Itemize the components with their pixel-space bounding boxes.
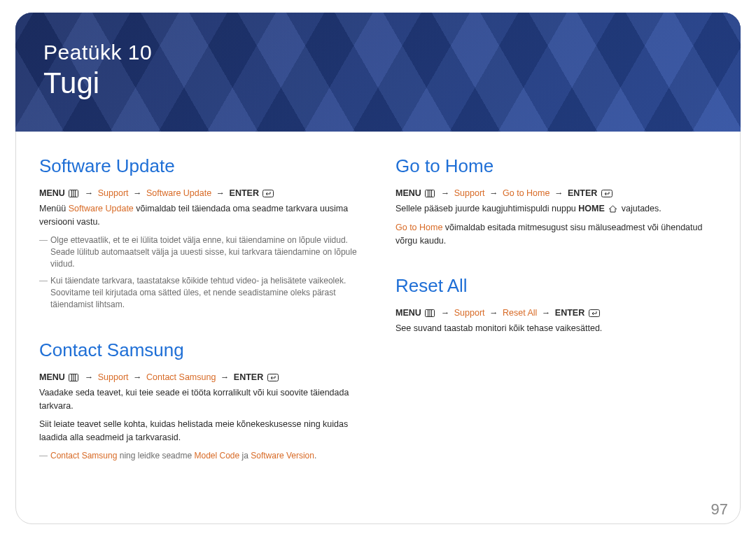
arrow-icon: →: [441, 308, 450, 318]
menu-label: MENU: [39, 188, 65, 198]
menu-path-reset-all: MENU → Support → Reset All → ENTER: [396, 308, 717, 318]
chapter-label: Peatükk 10: [43, 41, 741, 65]
home-icon: [608, 205, 617, 213]
enter-icon: [262, 190, 274, 197]
path-item: Contact Samsung: [146, 372, 216, 382]
path-support: Support: [454, 188, 485, 198]
arrow-icon: →: [489, 188, 498, 198]
contact-p1: Vaadake seda teavet, kui teie seade ei t…: [39, 386, 360, 413]
enter-label: ENTER: [568, 188, 597, 198]
menu-path-software-update: MENU → Support → Software Update → ENTER: [39, 188, 360, 198]
menu-label: MENU: [39, 372, 65, 382]
menu-path-go-to-home: MENU → Support → Go to Home → ENTER: [396, 188, 717, 198]
section-go-to-home: Go to Home MENU → Support → Go to Home →…: [396, 155, 717, 247]
menu-label: MENU: [396, 188, 421, 198]
path-item: Software Update: [146, 188, 211, 198]
section-contact-samsung: Contact Samsung MENU → Support → Contact…: [39, 339, 360, 462]
column-left: Software Update MENU → Support → Softwar…: [39, 155, 360, 490]
page: Peatükk 10 Tugi Software Update MENU → S…: [0, 0, 756, 534]
arrow-icon: →: [133, 188, 142, 198]
chapter-name: Tugi: [43, 66, 741, 100]
list-item: Olge ettevaatlik, et te ei lülita toidet…: [39, 234, 360, 271]
section-reset-all: Reset All MENU → Support → Reset All → E…: [396, 275, 717, 335]
reset-all-p1: See suvand taastab monitori kõik tehase …: [396, 322, 717, 335]
enter-label: ENTER: [230, 188, 259, 198]
chapter-title: Peatükk 10 Tugi: [15, 13, 741, 100]
column-right: Go to Home MENU → Support → Go to Home →…: [396, 155, 717, 490]
menu-icon: [425, 309, 435, 317]
menu-icon: [69, 374, 78, 381]
path-item: Reset All: [503, 308, 537, 318]
menu-path-contact-samsung: MENU → Support → Contact Samsung → ENTER: [39, 372, 360, 382]
arrow-icon: →: [220, 372, 230, 382]
software-update-intro: Menüü Software Update võimaldab teil täi…: [39, 202, 360, 229]
page-number: 97: [711, 500, 728, 519]
menu-icon: [425, 190, 435, 197]
path-support: Support: [454, 308, 485, 318]
list-item: Kui täiendate tarkvara, taastatakse kõik…: [39, 275, 360, 311]
path-support: Support: [98, 372, 129, 382]
section-software-update: Software Update MENU → Support → Softwar…: [39, 155, 360, 311]
enter-icon: [589, 309, 600, 317]
go-home-p1: Sellele pääseb juurde kaugjuhtimispuldi …: [396, 202, 717, 216]
enter-label: ENTER: [555, 308, 584, 318]
contact-note: Contact Samsung ning leidke seadme Model…: [39, 450, 360, 462]
arrow-icon: →: [133, 372, 142, 382]
arrow-icon: →: [554, 188, 564, 198]
enter-icon: [267, 374, 279, 381]
go-home-p2: Go to Home võimaldab esitada mitmesugust…: [396, 221, 717, 248]
arrow-icon: →: [85, 372, 94, 382]
list-item: Contact Samsung ning leidke seadme Model…: [39, 450, 360, 462]
menu-icon: [69, 190, 78, 197]
heading-software-update: Software Update: [39, 155, 360, 177]
heading-go-to-home: Go to Home: [396, 155, 717, 177]
path-support: Support: [98, 188, 129, 198]
heading-contact-samsung: Contact Samsung: [39, 339, 360, 361]
arrow-icon: →: [216, 188, 225, 198]
menu-label: MENU: [396, 308, 421, 318]
heading-reset-all: Reset All: [396, 275, 717, 297]
chapter-hero: Peatükk 10 Tugi: [15, 13, 741, 132]
contact-p2: Siit leiate teavet selle kohta, kuidas h…: [39, 418, 360, 444]
enter-label: ENTER: [234, 372, 263, 382]
arrow-icon: →: [489, 308, 498, 318]
arrow-icon: →: [85, 188, 94, 198]
software-update-notes: Olge ettevaatlik, et te ei lülita toidet…: [39, 234, 360, 311]
content: Software Update MENU → Support → Softwar…: [15, 132, 741, 490]
arrow-icon: →: [542, 308, 551, 318]
enter-icon: [601, 190, 612, 197]
arrow-icon: →: [441, 188, 450, 198]
path-item: Go to Home: [503, 188, 550, 198]
